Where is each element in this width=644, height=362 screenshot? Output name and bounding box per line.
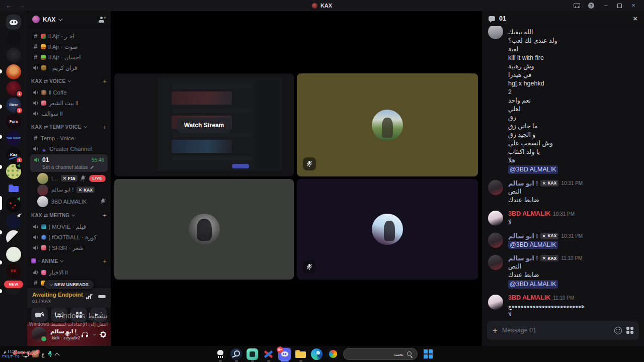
server-icon[interactable]: YSO SHOP bbox=[6, 131, 21, 146]
server-icon[interactable] bbox=[6, 230, 21, 245]
channel-row[interactable]: + Creator Channel bbox=[30, 143, 108, 154]
chevron-down-icon[interactable] bbox=[93, 332, 96, 335]
channel-row[interactable]: # ll Ajr · احسان bbox=[30, 52, 108, 62]
taskbar-app-edge[interactable] bbox=[310, 347, 324, 360]
maximize-button[interactable] bbox=[617, 4, 622, 8]
create-channel-icon[interactable]: + bbox=[103, 257, 107, 265]
channel-row[interactable]: ¦ fOOTBALL · كورة bbox=[30, 232, 108, 242]
channel-row[interactable]: ll بيت الشعر bbox=[30, 98, 108, 108]
chevron-down-icon[interactable] bbox=[74, 332, 78, 335]
tray-expand-chevron[interactable] bbox=[54, 352, 59, 357]
channel-name: ll Ajr · احسان bbox=[48, 54, 80, 61]
forward-button[interactable]: → bbox=[19, 2, 25, 9]
server-icon[interactable] bbox=[6, 247, 21, 262]
message-group: الله يبقيكولد عندي لك لعب؟لعبةkill it wi… bbox=[488, 28, 638, 174]
channel-row[interactable]: # Temp · Voice bbox=[30, 133, 108, 143]
language-indicator[interactable]: ع bbox=[42, 351, 45, 357]
create-channel-icon[interactable]: + bbox=[103, 123, 107, 131]
channel-row[interactable]: ¦ MOVIE · فيلم bbox=[30, 221, 108, 232]
close-button[interactable]: × bbox=[630, 2, 637, 9]
voice-member-row[interactable]: ابو سالم ! KAX bbox=[30, 184, 108, 196]
add-member-icon[interactable]: + bbox=[99, 17, 106, 23]
stream-tile[interactable]: Watch Stream bbox=[114, 73, 294, 176]
server-icon[interactable]: Fura bbox=[6, 114, 21, 129]
taskbar-app-copilot[interactable] bbox=[326, 347, 340, 360]
taskbar-app-explorer[interactable] bbox=[294, 347, 307, 360]
section-header-meitng[interactable]: KAX ⇄ MEITNG + bbox=[30, 209, 108, 221]
camera-button[interactable] bbox=[31, 308, 48, 322]
server-icon[interactable] bbox=[6, 180, 21, 196]
minimize-button[interactable]: – bbox=[602, 2, 609, 9]
channel-row[interactable]: ll سوالف bbox=[30, 108, 108, 119]
message-author[interactable]: ابو سالم ! bbox=[508, 254, 538, 262]
section-header-temp-voice[interactable]: KAX ⇄ TEMP VOICE + bbox=[30, 121, 108, 133]
voice-member-row[interactable]: I'm back F15 LIVE bbox=[30, 172, 108, 184]
user-avatar[interactable] bbox=[32, 327, 47, 342]
new-unreads-pill[interactable]: NEW UNREADS bbox=[44, 280, 94, 290]
message-input[interactable]: + Message 01 bbox=[487, 321, 639, 340]
message-avatar[interactable] bbox=[488, 211, 503, 226]
server-icon[interactable] bbox=[6, 31, 21, 46]
sticker-button[interactable] bbox=[626, 327, 633, 334]
tray-clock[interactable]: ١١:٣١ م ٢٧/٤/٢٠٢٥ bbox=[2, 349, 20, 359]
server-icon[interactable] bbox=[6, 15, 21, 30]
channel-row[interactable]: ¦ SH3R · شعر bbox=[30, 242, 108, 253]
mic-button[interactable] bbox=[64, 331, 70, 337]
back-button[interactable]: ← bbox=[6, 2, 12, 9]
channel-row[interactable]: # ll Ajr · صوت bbox=[30, 41, 108, 52]
help-icon[interactable]: ? bbox=[588, 3, 594, 9]
start-button[interactable] bbox=[424, 349, 433, 358]
message-avatar[interactable] bbox=[488, 295, 503, 310]
taskbar-app-octopus[interactable] bbox=[213, 347, 227, 360]
folder-icon bbox=[295, 350, 306, 358]
taskbar-app-discord[interactable]: 9+ bbox=[278, 347, 291, 360]
inbox-icon[interactable] bbox=[574, 3, 580, 8]
activities-button[interactable] bbox=[70, 308, 87, 322]
emoji-button[interactable] bbox=[614, 327, 622, 334]
channel-row[interactable]: # ll Ajr · اجـر bbox=[30, 31, 108, 41]
screenshare-button[interactable] bbox=[51, 308, 67, 322]
video-tile[interactable] bbox=[297, 179, 478, 280]
message-author[interactable]: 3BD ALMALIK bbox=[508, 294, 550, 301]
close-chat-button[interactable]: × bbox=[633, 15, 637, 22]
video-tile[interactable] bbox=[297, 73, 478, 176]
attach-button[interactable]: + bbox=[493, 326, 498, 335]
server-icon[interactable] bbox=[6, 64, 21, 79]
create-channel-icon[interactable]: + bbox=[103, 77, 107, 85]
channel-row[interactable]: ll Coffe bbox=[30, 87, 108, 98]
server-icon[interactable] bbox=[6, 48, 21, 63]
message-avatar[interactable] bbox=[488, 180, 503, 195]
settings-button[interactable] bbox=[100, 331, 106, 338]
taskbar-app-game[interactable] bbox=[262, 347, 275, 360]
message-avatar[interactable] bbox=[488, 255, 503, 270]
taskbar-app-steam[interactable] bbox=[229, 347, 243, 360]
taskbar-app-capture[interactable] bbox=[246, 347, 259, 360]
channel-status[interactable]: Set a channel status bbox=[34, 164, 104, 170]
search-box[interactable]: بحث bbox=[343, 348, 418, 360]
message-avatar[interactable] bbox=[488, 26, 503, 39]
soundboard-button[interactable] bbox=[90, 308, 107, 322]
video-tile[interactable] bbox=[114, 179, 294, 280]
speaker-icon bbox=[33, 89, 39, 96]
channel-row[interactable]: قران كريم · bbox=[30, 62, 108, 73]
tray-mic-icon[interactable] bbox=[48, 351, 53, 357]
section-header-anime[interactable]: · ANIME + bbox=[30, 255, 108, 267]
channel-row[interactable]: ll الاخبار bbox=[30, 267, 108, 278]
watch-stream-button[interactable]: Watch Stream bbox=[177, 118, 231, 133]
message-avatar[interactable] bbox=[488, 233, 503, 248]
disconnect-button[interactable] bbox=[98, 295, 106, 298]
tray-avatar-icon[interactable] bbox=[32, 350, 39, 357]
voice-channel-row-01[interactable]: 01 55:46 Set a channel status bbox=[30, 154, 108, 172]
create-channel-icon[interactable]: + bbox=[103, 212, 107, 219]
message-author[interactable]: ابو سالم ! bbox=[508, 232, 538, 240]
tray-monitor-icon[interactable] bbox=[23, 352, 29, 356]
message-author[interactable]: 3BD ALMALIK bbox=[508, 210, 550, 217]
section-header-voice[interactable]: KAX ⇄ VOICE + bbox=[30, 75, 108, 87]
message-line: يا ولد اكتئاب bbox=[508, 148, 638, 156]
deafen-button[interactable] bbox=[82, 332, 88, 337]
voice-member-row[interactable]: 3BD ALMALIK bbox=[30, 196, 108, 207]
message-author[interactable]: ابو سالم ! bbox=[508, 179, 538, 187]
camera-off-icon bbox=[35, 312, 44, 318]
server-icon[interactable]: KK bbox=[6, 263, 21, 279]
server-header[interactable]: KAX + bbox=[27, 11, 111, 28]
